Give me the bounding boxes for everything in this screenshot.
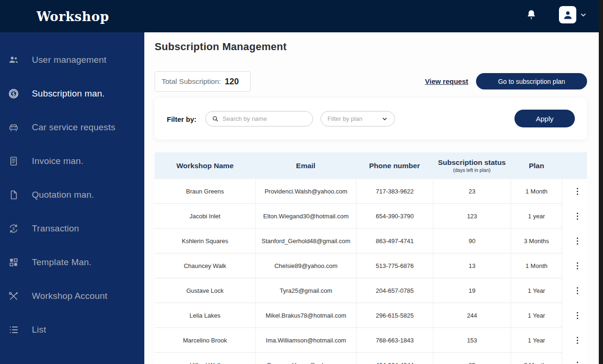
- filter-by-label: Filter by:: [167, 115, 196, 123]
- table-header-row: Workshop Name Email Phone number Subscri…: [155, 152, 587, 179]
- user-avatar-icon[interactable]: [559, 6, 576, 23]
- chevron-down-icon: [381, 116, 388, 122]
- total-subscription-label: Total Subscription:: [162, 77, 221, 86]
- cell-phone-number: 404-264-4244: [356, 353, 433, 364]
- row-actions-kebab-icon[interactable]: [562, 278, 587, 303]
- subscriptions-table: Workshop Name Email Phone number Subscri…: [155, 152, 587, 364]
- row-actions-kebab-icon[interactable]: [562, 204, 587, 229]
- sidebar-item-user-management[interactable]: User management: [0, 43, 144, 77]
- car-icon: [8, 122, 19, 133]
- account-chevron-down-icon[interactable]: [580, 11, 587, 19]
- notifications-bell-icon[interactable]: [525, 9, 537, 22]
- total-subscription-value: 120: [225, 77, 239, 87]
- cell-subscription-status: 19: [433, 278, 511, 303]
- cell-workshop-name: Chauncey Walk: [155, 253, 255, 278]
- table-row: Lelia Lakes Mikel.Brakus78@hotmail.com 2…: [155, 303, 587, 328]
- top-header: Workshop: [0, 0, 599, 32]
- table-row: Gustave Lock Tyra25@gmail.com 204-657-07…: [155, 278, 587, 303]
- table-body: Braun Greens Providenci.Walsh@yahoo.com …: [155, 179, 587, 364]
- cell-phone-number: 768-663-1843: [356, 328, 433, 353]
- cell-email: Elton.Wiegand30@hotmail.com: [255, 204, 356, 229]
- filter-by-plan-dropdown[interactable]: Filter by plan: [320, 111, 395, 126]
- view-request-link[interactable]: View request: [425, 77, 468, 85]
- sidebar-item-template-man[interactable]: Template Man.: [0, 245, 144, 279]
- cell-plan: 1 Year: [511, 303, 562, 328]
- cell-email: Tyra25@gmail.com: [255, 278, 356, 303]
- cell-plan: 1 Month: [511, 253, 562, 278]
- sidebar-item-subscription-man[interactable]: $ Subscription man.: [0, 77, 144, 111]
- right-edge-strip: [599, 0, 603, 364]
- list-icon: [8, 324, 19, 335]
- row-actions-kebab-icon[interactable]: [562, 229, 587, 253]
- sidebar-item-workshop-account[interactable]: Workshop Account: [0, 279, 144, 313]
- cell-workshop-name: Lelia Lakes: [155, 303, 255, 328]
- main-content: Subscription Management Total Subscripti…: [144, 32, 599, 364]
- search-input[interactable]: [223, 115, 305, 122]
- cell-phone-number: 513-775-6876: [356, 253, 433, 278]
- cell-plan: 1 Month: [511, 179, 562, 204]
- col-plan: Plan: [511, 162, 562, 170]
- template-icon: [8, 257, 19, 268]
- svg-text:$: $: [12, 91, 15, 97]
- cell-subscription-status: 85: [433, 353, 511, 364]
- row-actions-kebab-icon[interactable]: [562, 253, 587, 278]
- apply-button[interactable]: Apply: [514, 110, 575, 127]
- cell-subscription-status: 244: [433, 303, 511, 328]
- sidebar-item-transaction[interactable]: $ Transaction: [0, 212, 144, 245]
- cell-phone-number: 296-615-5825: [356, 303, 433, 328]
- cell-phone-number: 204-657-0785: [356, 278, 433, 303]
- cell-email: Providenci.Walsh@yahoo.com: [255, 179, 356, 204]
- cell-subscription-status: 153: [433, 328, 511, 353]
- go-to-subscription-plan-button[interactable]: Go to subscription plan: [476, 73, 587, 89]
- cell-plan: 1 year: [511, 204, 562, 229]
- users-icon: [8, 54, 19, 66]
- invoice-icon: [8, 156, 19, 167]
- table-row: Hillard Wall Gregory_Hayes@yahoo.com 404…: [155, 353, 587, 364]
- sidebar-item-quotation-man[interactable]: Quotation man.: [0, 178, 144, 212]
- col-subscription-status: Subscription status (days left in plan): [433, 158, 511, 173]
- cell-phone-number: 654-390-3790: [356, 204, 433, 229]
- cell-plan: 1 Year: [511, 278, 562, 303]
- row-actions-kebab-icon[interactable]: [562, 303, 587, 328]
- col-status-subtitle: (days left in plan): [433, 167, 511, 173]
- row-actions-kebab-icon[interactable]: [562, 353, 587, 364]
- table-row: Kshlerin Squares Stanford_Gerhold48@gmai…: [155, 229, 587, 253]
- filter-by-plan-value: Filter by plan: [328, 115, 362, 122]
- cell-subscription-status: 13: [433, 253, 511, 278]
- row-actions-kebab-icon[interactable]: [562, 328, 587, 353]
- sidebar-nav: User management $ Subscription man. Car …: [0, 32, 144, 364]
- cell-plan: 1 Year: [511, 328, 562, 353]
- table-row: Jacobi Inlet Elton.Wiegand30@hotmail.com…: [155, 204, 587, 229]
- cell-email: Ima.Williamson@hotmail.com: [255, 328, 356, 353]
- cell-workshop-name: Kshlerin Squares: [155, 229, 255, 253]
- cell-subscription-status: 23: [433, 179, 511, 204]
- total-subscription-box: Total Subscription: 120: [155, 71, 251, 92]
- cell-email: Gregory_Hayes@yahoo.com: [255, 353, 356, 364]
- transaction-icon: $: [8, 223, 19, 234]
- cell-workshop-name: Jacobi Inlet: [155, 204, 255, 229]
- col-email: Email: [255, 162, 356, 170]
- page-title: Subscription Management: [155, 41, 287, 53]
- sidebar-item-list[interactable]: List: [0, 313, 144, 347]
- cell-phone-number: 863-497-4741: [356, 229, 433, 253]
- filter-bar: Filter by: Filter by plan Apply: [155, 98, 587, 140]
- cell-email: Stanford_Gerhold48@gmail.com: [255, 229, 356, 253]
- search-icon: [212, 115, 219, 122]
- cell-workshop-name: Gustave Lock: [155, 278, 255, 303]
- cell-subscription-status: 123: [433, 204, 511, 229]
- col-workshop-name: Workshop Name: [155, 162, 255, 170]
- cell-plan: 3 Months: [511, 353, 562, 364]
- sidebar-item-car-service-requests[interactable]: Car service requests: [0, 111, 144, 144]
- cell-workshop-name: Marcelino Brook: [155, 328, 255, 353]
- app-window: Workshop User management $ Subscri: [0, 0, 603, 364]
- page-icon: [8, 189, 19, 201]
- sidebar-item-invoice-man[interactable]: Invoice man.: [0, 144, 144, 178]
- svg-text:$: $: [12, 226, 15, 231]
- cell-subscription-status: 90: [433, 229, 511, 253]
- cell-workshop-name: Hillard Wall: [155, 353, 255, 364]
- col-phone-number: Phone number: [356, 162, 433, 170]
- cell-email: Mikel.Brakus78@hotmail.com: [255, 303, 356, 328]
- row-actions-kebab-icon[interactable]: [562, 179, 587, 204]
- tools-icon: [8, 290, 19, 302]
- search-by-name-field[interactable]: [205, 111, 313, 126]
